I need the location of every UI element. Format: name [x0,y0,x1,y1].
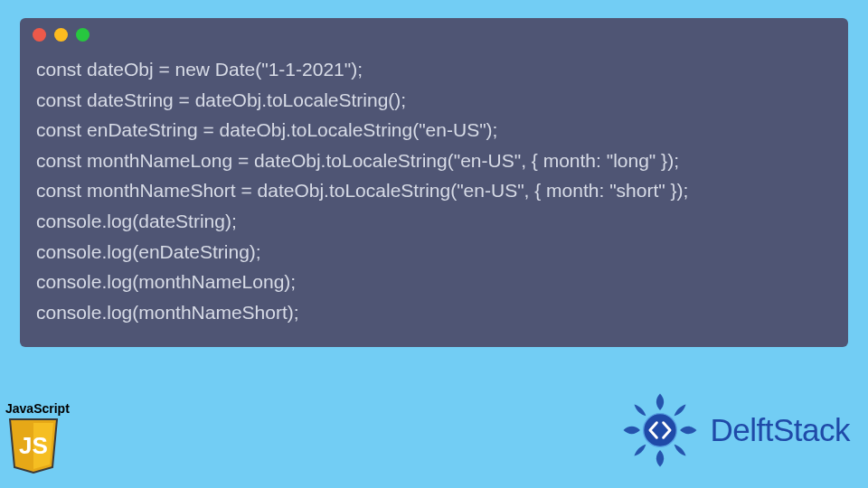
brand-name: DelftStack [711,412,851,448]
code-line: const monthNameShort = dateObj.toLocaleS… [36,175,832,206]
code-line: console.log(enDateString); [36,237,832,267]
brand-footer: DelftStack [618,389,851,472]
code-window: const dateObj = new Date("1-1-2021");con… [20,18,848,347]
code-line: const dateString = dateObj.toLocaleStrin… [36,85,832,116]
close-icon [33,28,46,42]
code-line: const dateObj = new Date("1-1-2021"); [36,54,832,85]
code-block: const dateObj = new Date("1-1-2021");con… [20,51,848,327]
javascript-badge: JavaScript JS [5,401,85,474]
brand-logo-icon [618,389,702,472]
window-titlebar [20,18,848,51]
code-line: console.log(monthNameLong); [36,267,832,297]
minimize-icon [54,28,68,42]
svg-text:JS: JS [19,432,48,459]
code-line: console.log(monthNameShort); [36,297,832,328]
code-line: console.log(dateString); [36,206,832,237]
code-line: const monthNameLong = dateObj.toLocaleSt… [36,145,832,176]
javascript-label: JavaScript [5,401,85,416]
maximize-icon [76,28,90,42]
code-line: const enDateString = dateObj.toLocaleStr… [36,115,832,145]
javascript-shield-icon: JS [7,418,60,474]
